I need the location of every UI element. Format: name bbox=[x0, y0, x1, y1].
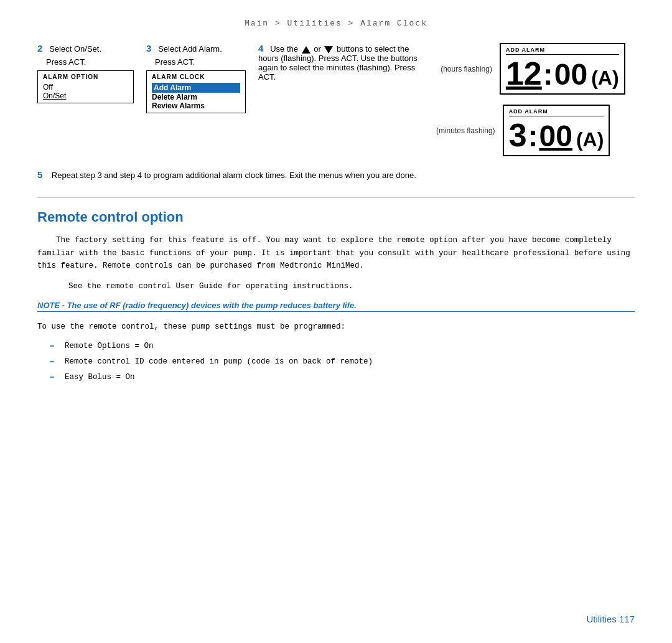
remote-para1: The factory setting for this feature is … bbox=[37, 234, 635, 273]
alarm-clock-menu: ALARM CLOCK Add Alarm Delete Alarm Revie… bbox=[146, 70, 246, 113]
bullet-item-3: Easy Bolus = On bbox=[50, 372, 635, 383]
alarm2-minutes: 00 bbox=[539, 121, 572, 151]
step3-block: 3 Select Add Alarm. Press ACT. ALARM CLO… bbox=[146, 43, 246, 113]
menu-item-delete-alarm: Delete Alarm bbox=[152, 93, 240, 101]
step5-text: Repeat step 3 and step 4 to program addi… bbox=[52, 171, 416, 180]
alarm1-colon: : bbox=[543, 60, 553, 90]
bullet-list: Remote Options = On Remote control ID co… bbox=[50, 340, 635, 383]
step2-number: 2 bbox=[37, 43, 42, 54]
alarm-box-1: ADD ALARM 12 : 00 (A) bbox=[500, 43, 625, 95]
bullet-item-2: Remote control ID code entered in pump (… bbox=[50, 356, 635, 368]
remote-control-section: Remote control option The factory settin… bbox=[37, 209, 635, 383]
alarm1-time: 12 : 00 (A) bbox=[506, 57, 619, 90]
alarm2-title: ADD ALARM bbox=[509, 108, 604, 116]
alarm2-suffix: (A) bbox=[576, 129, 604, 149]
alarm-box-2: ADD ALARM 3 : 00 (A) bbox=[503, 105, 610, 156]
alarm2-label: (minutes flashing) bbox=[436, 126, 495, 135]
alarm2-time: 3 : 00 (A) bbox=[509, 119, 604, 151]
menu-item-add-alarm: Add Alarm bbox=[152, 83, 240, 93]
step3-line1: Select Add Alarm. bbox=[158, 44, 222, 54]
step2-block: 2 Select On/Set. Press ACT. ALARM OPTION… bbox=[37, 43, 134, 103]
step2-line1: Select On/Set. bbox=[49, 44, 101, 54]
step3-number: 3 bbox=[146, 43, 151, 54]
alarm-option-title: ALARM OPTION bbox=[43, 73, 128, 80]
alarm1-label: (hours flashing) bbox=[436, 65, 492, 73]
alarm-displays: (hours flashing) ADD ALARM 12 : 00 (A) (… bbox=[436, 43, 635, 156]
step5-number: 5 bbox=[37, 169, 42, 180]
note-line: NOTE - The use of RF (radio frequency) d… bbox=[37, 301, 635, 312]
alarm2-colon: : bbox=[528, 121, 538, 151]
step4-number: 4 bbox=[258, 43, 263, 54]
alarm1-suffix: (A) bbox=[591, 68, 618, 88]
remote-para2: See the remote control User Guide for op… bbox=[37, 280, 635, 293]
step2-line2: Press ACT. bbox=[37, 57, 134, 67]
menu-item-review-alarms: Review Alarms bbox=[152, 101, 240, 110]
bullet-item-1: Remote Options = On bbox=[50, 340, 635, 352]
footer: Utilities 117 bbox=[586, 614, 635, 624]
remote-para3: To use the remote control, these pump se… bbox=[37, 321, 635, 334]
alarm-clock-title: ALARM CLOCK bbox=[152, 73, 240, 80]
alarm1-hours: 12 bbox=[506, 57, 542, 90]
step4-block: 4 Use the or buttons to select the hours… bbox=[258, 43, 635, 156]
alarm-display-2: (minutes flashing) ADD ALARM 3 : 00 (A) bbox=[436, 105, 635, 156]
menu-item-off: Off bbox=[43, 83, 128, 92]
step5-block: 5 Repeat step 3 and step 4 to program ad… bbox=[37, 167, 635, 182]
step4-text-or: or bbox=[314, 44, 323, 54]
menu-item-onset: On/Set bbox=[43, 92, 128, 100]
alarm-option-menu: ALARM OPTION Off On/Set bbox=[37, 70, 134, 103]
up-arrow-icon bbox=[302, 46, 310, 54]
alarm1-minutes: 00 bbox=[554, 60, 587, 90]
section-heading: Remote control option bbox=[37, 209, 635, 225]
breadcrumb: Main > Utilities > Alarm Clock bbox=[37, 19, 635, 28]
alarm1-title: ADD ALARM bbox=[506, 47, 619, 55]
down-arrow-icon bbox=[324, 46, 333, 54]
alarm2-hours: 3 bbox=[509, 119, 527, 151]
step4-text-use: Use the bbox=[270, 44, 300, 54]
alarm-display-1: (hours flashing) ADD ALARM 12 : 00 (A) bbox=[436, 43, 635, 95]
step3-line2: Press ACT. bbox=[146, 57, 246, 67]
